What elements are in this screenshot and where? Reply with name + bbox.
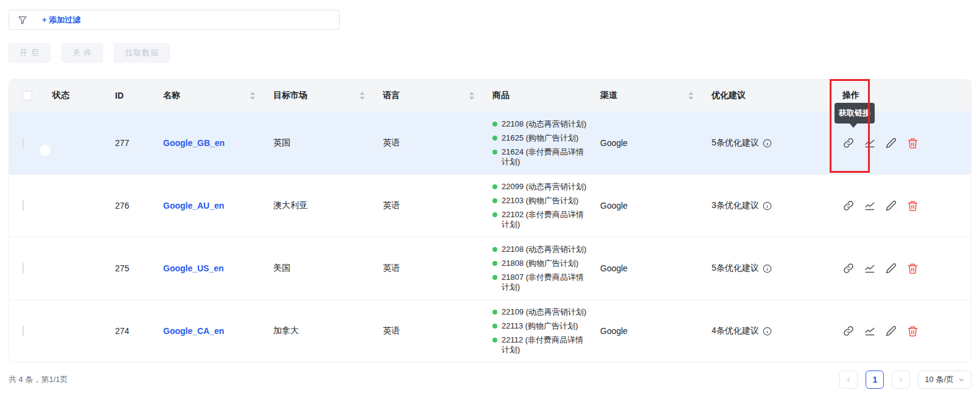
status-dot-icon (492, 247, 497, 252)
campaign-name-link[interactable]: Google_AU_en (163, 201, 224, 210)
get-link-icon[interactable] (843, 137, 854, 148)
row-actions (809, 325, 971, 337)
disable-button[interactable]: 关 停 (61, 43, 103, 63)
next-page-button[interactable] (892, 370, 910, 389)
status-dot-icon (492, 122, 497, 127)
enable-button[interactable]: 开 启 (9, 43, 51, 63)
info-icon[interactable] (763, 201, 772, 210)
delete-icon[interactable] (907, 137, 919, 149)
status-dot-icon (492, 184, 497, 189)
col-status: 状态 (52, 90, 115, 101)
page-number-button[interactable]: 1 (866, 370, 884, 389)
chevron-left-icon (845, 376, 852, 383)
chart-icon[interactable] (864, 263, 875, 274)
status-dot-icon (492, 324, 497, 329)
filter-funnel-icon (18, 15, 27, 25)
row-channel: Google (600, 138, 712, 148)
table-row: 275 Google_US_en 美国 英语 22108 (动态再营销计划) 2… (9, 237, 971, 299)
status-dot-icon (492, 261, 497, 266)
chevron-down-icon (958, 377, 965, 383)
row-channel: Google (600, 201, 712, 210)
suggestions-text: 4条优化建议 (712, 325, 759, 336)
row-id: 274 (115, 326, 163, 336)
campaign-table: 状态 ID 名称 目标市场 语言 商品 渠道 优化建议 操作 277 Googl… (9, 79, 971, 363)
get-link-icon[interactable] (843, 263, 854, 274)
chart-icon[interactable] (864, 200, 875, 211)
edit-icon[interactable] (886, 325, 897, 336)
status-dot-icon (492, 338, 497, 343)
edit-icon[interactable] (886, 263, 897, 274)
table-header: 状态 ID 名称 目标市场 语言 商品 渠道 优化建议 操作 (9, 80, 971, 111)
row-checkbox[interactable] (23, 263, 24, 274)
table-row: 276 Google_AU_en 澳大利亚 英语 22099 (动态再营销计划)… (9, 174, 971, 237)
row-checkbox[interactable] (23, 137, 24, 148)
row-id: 276 (115, 201, 163, 210)
prev-page-button[interactable] (839, 370, 858, 389)
add-filter-button[interactable]: + 添加过滤 (42, 15, 80, 26)
status-dot-icon (492, 198, 497, 203)
info-icon[interactable] (763, 327, 772, 336)
product-list: 22108 (动态再营销计划) 21808 (购物广告计划) 21807 (非付… (492, 245, 600, 293)
sort-icon[interactable] (688, 92, 693, 100)
delete-icon[interactable] (907, 263, 919, 274)
delete-icon[interactable] (907, 325, 919, 337)
edit-icon[interactable] (886, 137, 897, 148)
get-link-icon[interactable] (843, 200, 854, 211)
campaign-name-link[interactable]: Google_GB_en (163, 138, 225, 148)
edit-icon[interactable] (886, 200, 897, 211)
row-market: 加拿大 (273, 325, 383, 336)
suggestions-text: 3条优化建议 (712, 200, 759, 211)
row-id: 277 (115, 138, 163, 148)
col-products: 商品 (492, 90, 600, 101)
row-language: 英语 (383, 200, 492, 211)
col-name: 名称 (163, 90, 273, 101)
bulk-actions-toolbar: 开 启 关 停 拉取数据 (9, 43, 170, 63)
status-dot-icon (492, 150, 497, 155)
table-row: 277 Google_GB_en 英国 英语 22108 (动态再营销计划) 2… (9, 111, 971, 174)
select-all-checkbox[interactable] (23, 91, 32, 100)
get-link-tooltip: 获取链接 (835, 103, 875, 123)
delete-icon[interactable] (907, 200, 919, 212)
col-suggestions: 优化建议 (712, 90, 809, 101)
chevron-right-icon (897, 376, 905, 383)
status-dot-icon (492, 310, 497, 315)
suggestions-text: 5条优化建议 (712, 263, 759, 274)
row-language: 英语 (383, 325, 492, 336)
row-checkbox[interactable] (23, 325, 24, 336)
product-list: 22108 (动态再营销计划) 21625 (购物广告计划) 21624 (非付… (492, 119, 600, 167)
suggestions-text: 5条优化建议 (712, 137, 759, 148)
sort-icon[interactable] (250, 92, 255, 100)
page-size-select[interactable]: 10 条/页 (918, 370, 971, 389)
row-market: 澳大利亚 (273, 200, 383, 211)
product-list: 22099 (动态再营销计划) 22103 (购物广告计划) 22102 (非付… (492, 182, 600, 230)
col-actions: 操作 (809, 90, 971, 101)
campaign-name-link[interactable]: Google_US_en (163, 263, 224, 273)
col-id: ID (115, 91, 163, 100)
table-footer: 共 4 条，第1/1页 1 10 条/页 (9, 370, 971, 389)
product-list: 22109 (动态再营销计划) 22113 (购物广告计划) 22112 (非付… (492, 307, 600, 355)
status-dot-icon (492, 136, 497, 141)
chart-icon[interactable] (864, 137, 875, 148)
row-actions (809, 137, 971, 149)
campaign-name-link[interactable]: Google_CA_en (163, 326, 224, 336)
info-icon[interactable] (763, 264, 772, 273)
row-actions (809, 263, 971, 274)
filter-bar[interactable]: + 添加过滤 (9, 10, 340, 30)
pull-data-button[interactable]: 拉取数据 (114, 43, 170, 63)
row-checkbox[interactable] (23, 200, 24, 211)
row-actions (809, 200, 971, 212)
sort-icon[interactable] (469, 92, 474, 100)
status-dot-icon (492, 212, 497, 217)
chart-icon[interactable] (864, 325, 875, 336)
sort-icon[interactable] (360, 92, 365, 100)
col-market: 目标市场 (273, 90, 383, 101)
get-link-icon[interactable] (843, 325, 854, 336)
info-icon[interactable] (763, 139, 772, 148)
table-row: 274 Google_CA_en 加拿大 英语 22109 (动态再营销计划) … (9, 299, 971, 362)
row-id: 275 (115, 263, 163, 273)
pagination-summary: 共 4 条，第1/1页 (9, 374, 68, 385)
row-channel: Google (600, 263, 712, 273)
campaign-management-page: + 添加过滤 开 启 关 停 拉取数据 状态 ID 名称 目标市场 语言 商品 … (0, 0, 980, 407)
col-language: 语言 (383, 90, 492, 101)
status-dot-icon (492, 275, 497, 280)
